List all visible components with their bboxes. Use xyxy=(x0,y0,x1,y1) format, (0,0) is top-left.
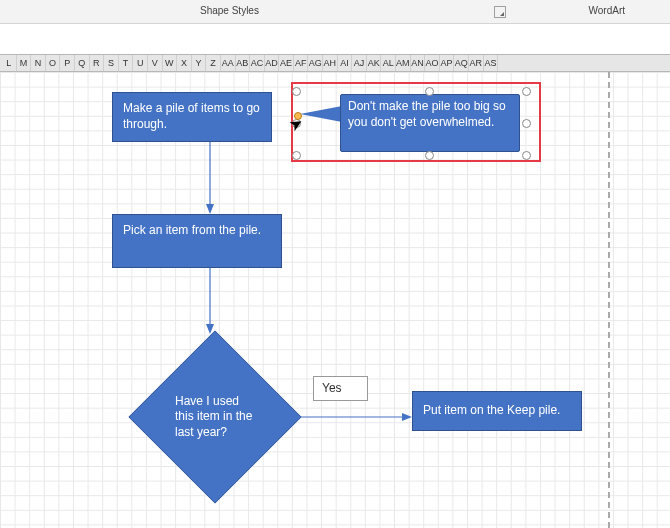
svg-marker-1 xyxy=(206,204,214,214)
column-header-R[interactable]: R xyxy=(90,55,105,71)
callout-text: Don't make the pile too big so you don't… xyxy=(348,98,513,130)
column-header-AK[interactable]: AK xyxy=(367,55,382,71)
column-header-AI[interactable]: AI xyxy=(338,55,353,71)
selection-handle[interactable] xyxy=(522,151,531,160)
column-header-X[interactable]: X xyxy=(177,55,192,71)
column-header-M[interactable]: M xyxy=(17,55,32,71)
column-header-AM[interactable]: AM xyxy=(396,55,411,71)
column-header-AF[interactable]: AF xyxy=(294,55,309,71)
column-header-U[interactable]: U xyxy=(133,55,148,71)
ribbon-bar: Shape Styles WordArt xyxy=(0,0,670,24)
ribbon-group-shape-styles: Shape Styles xyxy=(200,5,259,16)
column-header-L[interactable]: L xyxy=(2,55,17,71)
column-header-Q[interactable]: Q xyxy=(75,55,90,71)
column-header-P[interactable]: P xyxy=(60,55,75,71)
arrow-decision-to-keep xyxy=(284,413,414,421)
column-header-AD[interactable]: AD xyxy=(265,55,280,71)
ribbon-group-wordart: WordArt xyxy=(589,5,626,16)
arrow-step2-to-decision xyxy=(208,268,216,338)
column-header-AE[interactable]: AE xyxy=(279,55,294,71)
column-header-AQ[interactable]: AQ xyxy=(454,55,469,71)
flowchart-step-pick-item[interactable]: Pick an item from the pile. xyxy=(112,214,282,268)
column-header-AA[interactable]: AA xyxy=(221,55,236,71)
selection-handle[interactable] xyxy=(522,87,531,96)
yes-label[interactable]: Yes xyxy=(313,376,368,401)
column-header-AG[interactable]: AG xyxy=(308,55,323,71)
page-break-line xyxy=(608,72,610,528)
column-header-N[interactable]: N xyxy=(31,55,46,71)
svg-marker-5 xyxy=(402,413,412,421)
column-header-AJ[interactable]: AJ xyxy=(352,55,367,71)
selection-handle[interactable] xyxy=(292,87,301,96)
adjustment-handle[interactable] xyxy=(294,112,302,120)
column-header-AO[interactable]: AO xyxy=(425,55,440,71)
column-header-W[interactable]: W xyxy=(163,55,178,71)
column-header-AH[interactable]: AH xyxy=(323,55,338,71)
column-header-S[interactable]: S xyxy=(104,55,119,71)
dialog-launcher-icon[interactable] xyxy=(494,6,506,18)
worksheet-canvas[interactable]: Make a pile of items to go through. Pick… xyxy=(0,72,670,528)
flowchart-step-make-pile[interactable]: Make a pile of items to go through. xyxy=(112,92,272,142)
callout-tail xyxy=(300,106,342,122)
selection-handle[interactable] xyxy=(425,87,434,96)
decision-text: Have I used this item in the last year? xyxy=(130,332,300,502)
column-header-AR[interactable]: AR xyxy=(469,55,484,71)
column-header-AN[interactable]: AN xyxy=(411,55,426,71)
column-header-AL[interactable]: AL xyxy=(381,55,396,71)
ribbon-gap xyxy=(0,24,670,54)
flowchart-step-keep-pile[interactable]: Put item on the Keep pile. xyxy=(412,391,582,431)
column-header-Y[interactable]: Y xyxy=(192,55,207,71)
selection-handle[interactable] xyxy=(292,151,301,160)
selection-handle[interactable] xyxy=(292,119,301,128)
column-header-AC[interactable]: AC xyxy=(250,55,265,71)
column-header-AP[interactable]: AP xyxy=(440,55,455,71)
column-header-O[interactable]: O xyxy=(46,55,61,71)
flowchart-decision[interactable]: Have I used this item in the last year? xyxy=(130,332,300,502)
column-headers[interactable]: LMNOPQRSTUVWXYZAAABACADAEAFAGAHAIAJAKALA… xyxy=(0,54,670,72)
column-header-V[interactable]: V xyxy=(148,55,163,71)
column-header-T[interactable]: T xyxy=(119,55,134,71)
column-header-AS[interactable]: AS xyxy=(484,55,499,71)
arrow-step1-to-step2 xyxy=(208,142,212,214)
selection-handle[interactable] xyxy=(522,119,531,128)
column-header-Z[interactable]: Z xyxy=(206,55,221,71)
selection-handle[interactable] xyxy=(425,151,434,160)
column-header-AB[interactable]: AB xyxy=(236,55,251,71)
